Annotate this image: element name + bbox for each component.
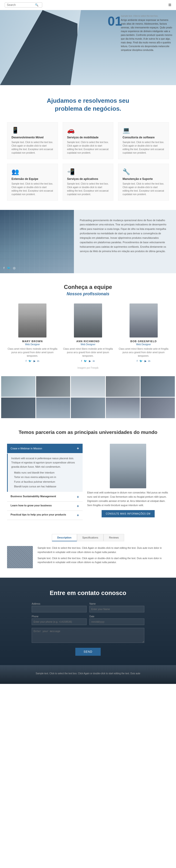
message-input[interactable]: [32, 628, 144, 643]
yt-icon[interactable]: ▶: [34, 360, 35, 363]
service-icon-2: 💻: [122, 127, 165, 134]
tabs-nav: Description Specifications Reviews: [7, 534, 169, 541]
name-field-group: Name: [89, 602, 144, 612]
team-photo-ann: [74, 304, 102, 338]
service-desc-0: Sample text. Click to select the text bo…: [11, 141, 54, 155]
team-photo-bob: [129, 304, 158, 338]
header: 🔍 ≡: [0, 0, 176, 10]
twitter-icon[interactable]: 🐦: [7, 266, 10, 270]
accordion-header-label: Crase e Webinar in Mission: [10, 447, 42, 450]
accordion-item-label-2: Practical tips to help you price your pr…: [10, 513, 66, 517]
service-icon-4: 📲: [67, 168, 109, 176]
tab-description[interactable]: Description: [52, 534, 77, 541]
accordion-right: Etiam erat velit scelerisque in dictum n…: [87, 444, 169, 517]
list-item-1: Tortor en risus viverra adipiscing em in: [14, 475, 79, 479]
fb-icon-2[interactable]: f: [137, 360, 138, 363]
accordion-item-1[interactable]: Learn how to grow your business +: [7, 502, 83, 511]
service-card-3: 👥 Extensão de Equipe Sample text. Click …: [7, 164, 58, 200]
service-card-5: 🔧 Manutenção e Suporte Sample text. Clic…: [118, 164, 169, 200]
service-icon-0: 📱: [11, 127, 54, 134]
tw-icon[interactable]: 🐦: [28, 360, 32, 363]
fb-icon-1[interactable]: f: [81, 360, 82, 363]
team-photo-mary: [18, 304, 47, 338]
hamburger-menu-icon[interactable]: ≡: [168, 2, 171, 8]
service-icon-3: 👥: [11, 168, 54, 176]
yt-icon-2[interactable]: ▶: [145, 360, 146, 363]
photo-cell-1: [36, 376, 70, 397]
accordion-item-plus-0: +: [77, 495, 79, 499]
date-input[interactable]: [89, 618, 144, 625]
in-icon-2[interactable]: in: [148, 360, 150, 363]
list-item-0: Mattis nunc sed blandit ther interdum: [14, 470, 79, 475]
team-title: Conheça a equipe: [5, 284, 171, 290]
company-text-block: Podcasting gerenciamento de mudança oper…: [74, 210, 176, 273]
hero-sample-label: Sample text. Click to select the text bo…: [121, 15, 173, 17]
headline-section: Ajudamos e resolvemos seu problema de ne…: [0, 85, 176, 120]
in-icon-1[interactable]: in: [93, 360, 95, 363]
fb-icon[interactable]: f: [26, 360, 27, 363]
footer-text: Sample text. Click to select the text bo…: [5, 670, 171, 675]
service-icon-1: 🚗: [67, 127, 109, 134]
photo-cell-0: [1, 376, 35, 397]
headline-line2: problema de negócios.: [5, 105, 171, 113]
service-icon-5: 🔧: [122, 168, 165, 176]
accordion-item-plus-2: +: [77, 513, 79, 517]
in-icon[interactable]: in: [37, 360, 39, 363]
service-desc-4: Sample text. Click to select the text bo…: [67, 182, 109, 196]
photo-cell-5: [1, 398, 35, 418]
accordion-header[interactable]: Crase e Webinar in Mission +: [7, 444, 83, 453]
address-input[interactable]: [32, 606, 87, 612]
service-title-1: Serviços de mobilidade: [67, 136, 109, 139]
tw-icon-1[interactable]: 🐦: [84, 360, 87, 363]
team-card-0: MARY BROWN Web Designer Class amet minct…: [7, 304, 58, 363]
universities-section: Temos parceria com as principais univers…: [0, 419, 176, 440]
photo-cell-4: [141, 376, 175, 397]
services-section: 📱 Desenvolvimento Móvel Sample text. Cli…: [0, 120, 176, 210]
service-card-1: 🚗 Serviços de mobilidade Sample text. Cl…: [63, 122, 114, 159]
team-grid: MARY BROWN Web Designer Class amet minct…: [5, 304, 171, 363]
person-photo: [110, 444, 146, 488]
list-item-3: Blandit turpis cursus am hac habitasse: [14, 484, 79, 489]
team-role-2: Web Designer: [118, 343, 169, 346]
tw-icon-2[interactable]: 🐦: [139, 360, 143, 363]
tabs-text-2: Sample text. Click to select the text bo…: [37, 556, 169, 565]
photo-cell-8: [106, 398, 140, 418]
accordion-item-0[interactable]: Business Sustainability Management +: [7, 493, 83, 502]
instagram-icon[interactable]: ◎: [13, 266, 16, 270]
accordion-item-label-0: Business Sustainability Management: [10, 495, 56, 499]
tabs-content: Sample text. Click to select the text bo…: [7, 546, 169, 568]
phone-input[interactable]: [32, 618, 87, 625]
team-role-1: Web Designer: [63, 343, 114, 346]
accordion-right-text: Etiam erat velit scelerisque in dictum n…: [87, 491, 169, 507]
tabs-text-1: Sample text. Click to select the text bo…: [37, 546, 169, 554]
accordion-list: Mattis nunc sed blandit ther interdum To…: [11, 470, 79, 489]
service-title-2: Consultoria de software: [122, 136, 165, 139]
team-subtitle: Nossos profissionais: [5, 291, 171, 297]
team-social-2: f 🐦 ▶ in: [118, 360, 169, 363]
team-name-0: MARY BROWN: [7, 340, 58, 343]
team-desc-2: Class amet minct libero molestie ante et…: [118, 347, 169, 358]
accordion-item-2[interactable]: Practical tips to help you price your pr…: [7, 511, 83, 520]
address-field-group: Address: [32, 602, 87, 612]
service-desc-2: Sample text. Click to select the text bo…: [122, 141, 165, 155]
headline-line1: Ajudamos e resolvemos seu: [5, 97, 171, 105]
tab-specifications[interactable]: Specifications: [77, 534, 104, 541]
date-field-group: Date: [89, 615, 144, 625]
facebook-icon[interactable]: f: [3, 266, 4, 270]
search-input[interactable]: [7, 3, 35, 6]
search-bar[interactable]: 🔍: [5, 2, 42, 7]
team-name-2: BOB GREENFIELD: [118, 340, 169, 343]
accordion-left: Crase e Webinar in Mission + Incidunt ve…: [7, 444, 83, 520]
more-info-button[interactable]: CONSULTE MAIS INFORMAÇÕES EM: [101, 510, 155, 517]
hero-number: 01: [108, 13, 122, 29]
service-title-5: Manutenção e Suporte: [122, 177, 165, 181]
tab-reviews[interactable]: Reviews: [104, 534, 124, 541]
team-section: Conheça a equipe Nossos profissionais MA…: [0, 273, 176, 375]
team-desc-1: Class amet minct libero molestie ante et…: [63, 347, 114, 358]
yt-icon-1[interactable]: ▶: [89, 360, 91, 363]
name-input[interactable]: [89, 606, 144, 612]
submit-button[interactable]: SEND: [75, 648, 100, 656]
service-desc-3: Sample text. Click to select the text bo…: [11, 182, 54, 196]
photo-cell-2: [71, 376, 105, 397]
tabs-section: Description Specifications Reviews Sampl…: [0, 529, 176, 578]
